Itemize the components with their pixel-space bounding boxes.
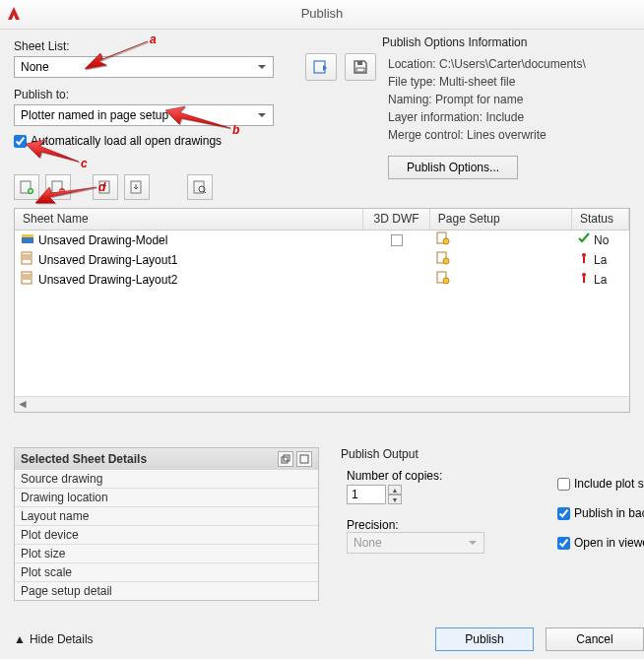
save-sheet-list-button[interactable] bbox=[345, 53, 376, 81]
page-setup-icon bbox=[436, 231, 450, 248]
page-setup-icon bbox=[436, 251, 450, 268]
publish-to-value: Plotter named in page setup bbox=[21, 108, 168, 122]
publish-background-checkbox[interactable] bbox=[557, 507, 570, 520]
detail-row: Layout name bbox=[15, 507, 318, 526]
move-up-button[interactable] bbox=[93, 174, 118, 200]
info-heading: Publish Options Information bbox=[382, 35, 638, 49]
publish-options-info: Publish Options Information Location: C:… bbox=[382, 35, 638, 179]
include-plot-stamp-checkbox[interactable] bbox=[557, 478, 570, 491]
import-sheet-list-button[interactable] bbox=[305, 53, 337, 81]
svg-rect-2 bbox=[356, 68, 364, 72]
col-sheet-name[interactable]: Sheet Name bbox=[15, 209, 363, 230]
detail-row: Plot device bbox=[15, 526, 318, 545]
sheet-grid: Sheet Name 3D DWF Page Setup Status Unsa… bbox=[14, 208, 630, 413]
sheet-name: Unsaved Drawing-Layout2 bbox=[38, 273, 177, 287]
include-plot-stamp-label: Include plot stamp bbox=[574, 477, 644, 491]
title-bar: Publish bbox=[0, 0, 644, 30]
info-filetype: File type: Multi-sheet file bbox=[388, 75, 638, 89]
detail-row: Page setup detail bbox=[15, 582, 318, 600]
sheet-name: Unsaved Drawing-Layout1 bbox=[38, 253, 177, 267]
status-text: No bbox=[594, 233, 609, 247]
col-status[interactable]: Status bbox=[572, 209, 629, 230]
svg-rect-15 bbox=[22, 252, 32, 264]
preview-button[interactable] bbox=[187, 174, 213, 200]
dwf-checkbox[interactable] bbox=[391, 234, 403, 246]
svg-rect-20 bbox=[22, 272, 32, 284]
status-icon bbox=[578, 272, 590, 287]
details-max-icon[interactable] bbox=[296, 451, 312, 467]
publish-background-label: Publish in background bbox=[574, 506, 644, 520]
open-viewer-label: Open in viewer when bbox=[574, 536, 644, 550]
detail-row: Plot size bbox=[15, 545, 318, 563]
app-icon bbox=[6, 6, 22, 22]
chevron-down-icon bbox=[255, 60, 269, 74]
hide-details-label: Hide Details bbox=[30, 632, 94, 646]
detail-row: Source drawing bbox=[15, 470, 318, 489]
publish-button[interactable]: Publish bbox=[435, 627, 534, 651]
bottom-bar: ▲ Hide Details Publish Cancel bbox=[14, 627, 644, 651]
sheet-icon bbox=[21, 231, 34, 248]
auto-load-label: Automatically load all open drawings bbox=[31, 134, 222, 148]
svg-point-14 bbox=[443, 238, 449, 244]
copies-spin-down[interactable]: ▼ bbox=[388, 494, 402, 504]
svg-rect-26 bbox=[284, 455, 290, 461]
table-row[interactable]: Unsaved Drawing-Layout1La bbox=[15, 250, 629, 270]
table-row[interactable]: Unsaved Drawing-Layout2La bbox=[15, 270, 629, 290]
grid-scrollbar[interactable]: ◄ bbox=[15, 396, 629, 412]
chevron-down-icon bbox=[255, 108, 269, 122]
precision-value: None bbox=[354, 536, 382, 550]
client-area: Sheet List: None Publish to: Plotter nam… bbox=[0, 30, 644, 413]
svg-rect-1 bbox=[357, 61, 362, 65]
info-naming: Naming: Prompt for name bbox=[388, 93, 638, 106]
table-row[interactable]: Unsaved Drawing-ModelNo bbox=[15, 231, 629, 250]
triangle-up-icon: ▲ bbox=[14, 632, 26, 646]
col-3d-dwf[interactable]: 3D DWF bbox=[363, 209, 430, 230]
svg-rect-24 bbox=[583, 277, 585, 283]
detail-row: Drawing location bbox=[15, 489, 318, 507]
cancel-button[interactable]: Cancel bbox=[546, 627, 644, 651]
move-down-button[interactable] bbox=[124, 174, 150, 200]
svg-point-23 bbox=[582, 273, 586, 277]
col-page-setup[interactable]: Page Setup bbox=[430, 209, 572, 230]
details-restore-icon[interactable] bbox=[278, 451, 293, 467]
info-merge: Merge control: Lines overwrite bbox=[388, 128, 638, 142]
status-text: La bbox=[594, 273, 607, 287]
svg-rect-25 bbox=[282, 457, 288, 463]
detail-row: Plot scale bbox=[15, 563, 318, 582]
output-heading: Publish Output bbox=[341, 447, 644, 461]
selected-sheet-details: Selected Sheet Details Source drawingDra… bbox=[14, 447, 319, 601]
sheet-list-value: None bbox=[21, 60, 49, 74]
svg-rect-27 bbox=[300, 455, 308, 463]
svg-point-18 bbox=[582, 253, 586, 257]
publish-output-panel: Publish Output Number of copies: ▲ ▼ Pre… bbox=[341, 447, 644, 554]
info-layer: Layer information: Include bbox=[388, 110, 638, 124]
precision-combo: None bbox=[347, 532, 484, 554]
svg-rect-12 bbox=[22, 234, 33, 237]
svg-point-17 bbox=[443, 258, 449, 264]
page-setup-icon bbox=[436, 271, 450, 288]
sheet-list-combo[interactable]: None bbox=[14, 56, 274, 78]
publish-options-button[interactable]: Publish Options... bbox=[388, 156, 518, 179]
hide-details-toggle[interactable]: ▲ Hide Details bbox=[14, 632, 94, 646]
status-icon bbox=[578, 232, 590, 247]
publish-to-combo[interactable]: Plotter named in page setup bbox=[14, 104, 274, 126]
auto-load-checkbox[interactable] bbox=[14, 135, 27, 148]
open-viewer-checkbox[interactable] bbox=[557, 537, 570, 550]
details-heading: Selected Sheet Details bbox=[21, 452, 147, 466]
remove-sheets-button[interactable] bbox=[45, 174, 71, 200]
add-sheets-button[interactable] bbox=[14, 174, 39, 200]
scroll-left-icon[interactable]: ◄ bbox=[15, 397, 31, 412]
info-location: Location: C:\Users\Carter\documents\ bbox=[388, 57, 638, 71]
grid-header: Sheet Name 3D DWF Page Setup Status bbox=[15, 209, 629, 231]
copies-input[interactable] bbox=[347, 485, 386, 504]
status-icon bbox=[578, 252, 590, 267]
window-title: Publish bbox=[301, 6, 344, 21]
copies-spin-up[interactable]: ▲ bbox=[388, 485, 402, 494]
sheet-icon bbox=[21, 271, 34, 288]
svg-rect-19 bbox=[583, 257, 585, 263]
status-text: La bbox=[594, 253, 607, 267]
svg-rect-9 bbox=[194, 181, 204, 193]
svg-point-22 bbox=[443, 278, 449, 284]
sheet-icon bbox=[21, 251, 34, 268]
chevron-down-icon bbox=[466, 536, 480, 553]
